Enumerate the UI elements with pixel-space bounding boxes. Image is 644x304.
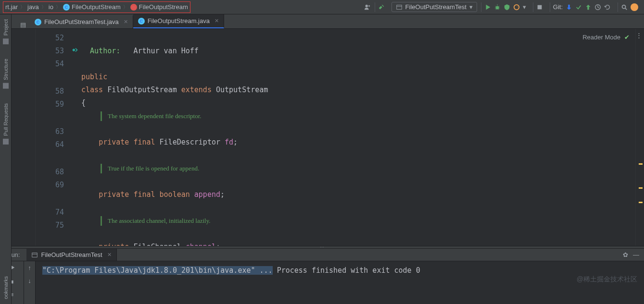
class-icon: C xyxy=(35,19,41,25)
svg-point-7 xyxy=(622,5,626,8)
implements-gutter-icon[interactable] xyxy=(72,45,78,58)
run-tab[interactable]: FileOutPutStreamTest ✕ xyxy=(26,249,116,261)
up-icon[interactable]: ↑ xyxy=(28,264,31,271)
chevron-right-icon: 〉 xyxy=(56,4,61,11)
debug-icon[interactable] xyxy=(494,4,501,11)
settings-icon[interactable]: ✿ xyxy=(623,251,628,258)
profile-icon[interactable] xyxy=(513,4,520,11)
breadcrumb-item[interactable]: CFileOutputStream xyxy=(63,3,121,11)
svg-rect-5 xyxy=(537,5,542,9)
project-icon xyxy=(3,38,9,44)
code-editor[interactable]: Author: Arthur van Hoff public class Fil… xyxy=(81,29,635,246)
tab-source-file[interactable]: C FileOutputStream.java ✕ xyxy=(133,14,224,28)
watermark: @稀土掘金技术社区 xyxy=(577,275,637,284)
structure-icon xyxy=(3,83,9,89)
chevron-right-icon: 〉 xyxy=(20,4,25,11)
close-icon[interactable]: ✕ xyxy=(215,18,219,24)
chevron-right-icon: 〉 xyxy=(123,4,128,11)
svg-point-8 xyxy=(73,49,75,51)
more-icon[interactable]: ⋮ xyxy=(636,32,642,39)
line-numbers: 52 53 54 58 59 63 64 68 69 74 75 xyxy=(36,29,81,246)
doc-comment: The associated channel, initialized lazi… xyxy=(101,216,635,226)
close-icon[interactable]: ✕ xyxy=(124,19,128,25)
class-icon: C xyxy=(63,4,70,11)
method-icon: m xyxy=(130,4,137,11)
search-icon[interactable] xyxy=(621,4,628,11)
chevron-down-icon: ▾ xyxy=(469,3,473,11)
breadcrumb-item[interactable]: mFileOutputStream xyxy=(130,3,188,11)
tabs-dropdown-icon[interactable]: ▤ xyxy=(16,21,30,28)
project-tool[interactable]: Project xyxy=(3,19,9,44)
rollback-icon[interactable] xyxy=(604,4,611,11)
breadcrumb[interactable]: rt.jar 〉 java 〉 io 〉 CFileOutputStream 〉… xyxy=(3,1,190,13)
application-icon xyxy=(31,252,38,258)
bookmarks-tool[interactable]: ookmarks xyxy=(3,276,9,299)
user-add-icon[interactable] xyxy=(364,4,371,11)
breadcrumb-item[interactable]: io xyxy=(49,3,53,11)
pull-requests-tool[interactable]: Pull Requests xyxy=(3,103,9,145)
editor-tabs: ▤ C FileOutPutStreamTest.java ✕ C FileOu… xyxy=(12,14,644,29)
close-icon[interactable]: ✕ xyxy=(107,252,112,258)
breadcrumb-item[interactable]: java xyxy=(27,3,39,11)
stop-icon[interactable] xyxy=(536,4,543,11)
ide-update-icon[interactable]: ↓ xyxy=(631,3,638,11)
svg-point-0 xyxy=(365,4,367,7)
svg-point-3 xyxy=(495,6,499,9)
svg-rect-9 xyxy=(32,253,38,257)
git-label: Git: xyxy=(553,3,563,11)
coverage-icon[interactable] xyxy=(504,4,510,11)
console-output[interactable]: "C:\Program Files\Java\jdk1.8.0_201\bin\… xyxy=(36,261,644,304)
chevron-down-icon[interactable]: ▾ xyxy=(523,3,526,11)
class-icon: C xyxy=(138,18,145,24)
doc-comment: The system dependent file descriptor. xyxy=(101,111,635,121)
chevron-right-icon: 〉 xyxy=(41,4,46,11)
structure-tool[interactable]: Structure xyxy=(3,59,9,89)
commit-icon[interactable] xyxy=(575,4,582,11)
pull-requests-icon xyxy=(3,139,9,145)
run-config-select[interactable]: FileOutPutStreamTest ▾ xyxy=(391,2,477,12)
run-icon[interactable] xyxy=(484,4,491,11)
check-icon: ✔ xyxy=(624,34,630,41)
history-icon[interactable] xyxy=(594,4,601,11)
application-icon xyxy=(396,4,403,11)
hammer-icon[interactable] xyxy=(378,4,385,11)
breadcrumb-item[interactable]: rt.jar xyxy=(5,3,18,11)
minimize-icon[interactable]: — xyxy=(633,251,639,258)
error-stripe[interactable]: ⋮ xyxy=(635,29,644,246)
update-icon[interactable] xyxy=(566,4,572,11)
down-icon[interactable]: ↓ xyxy=(28,277,31,284)
svg-rect-1 xyxy=(396,5,402,9)
doc-comment: True if the file is opened for append. xyxy=(101,164,635,173)
push-icon[interactable] xyxy=(585,4,592,11)
reader-mode-toggle[interactable]: Reader Mode ✔ xyxy=(582,34,630,41)
tab-test-file[interactable]: C FileOutPutStreamTest.java ✕ xyxy=(30,15,133,28)
